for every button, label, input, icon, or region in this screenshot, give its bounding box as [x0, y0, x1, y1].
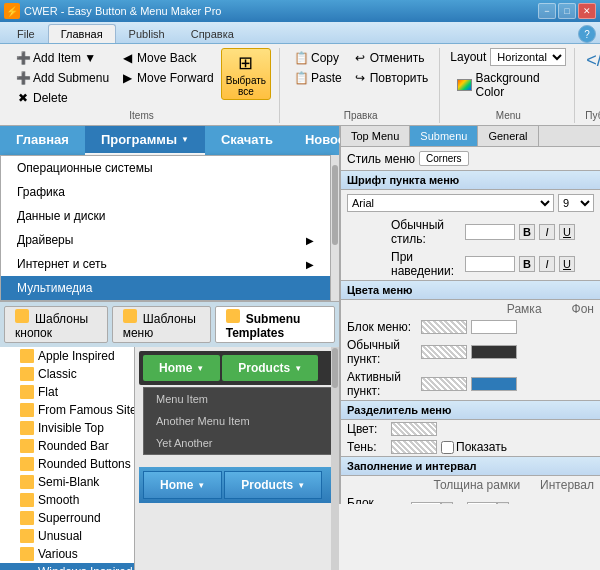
ribbon-group-edit: 📋 Copy 📋 Paste ↩ Отменить ↪ Повторить — [282, 48, 440, 123]
style2-bar: Home Products — [139, 467, 335, 503]
style2-products-btn[interactable]: Products — [224, 471, 322, 499]
style1-item-0[interactable]: Menu Item — [144, 388, 334, 410]
list-item-windows[interactable]: Windows Inspired — [0, 563, 134, 570]
list-item-various[interactable]: Various — [0, 545, 134, 563]
hover-bold-button[interactable]: B — [519, 256, 535, 272]
hover-style-field[interactable] — [465, 256, 515, 272]
template-tab-buttons[interactable]: Шаблоны кнопок — [4, 306, 108, 343]
shadow-color[interactable] — [391, 440, 437, 454]
template-tab-submenu[interactable]: Submenu Templates — [215, 306, 335, 343]
style1-home-btn[interactable]: Home — [143, 355, 220, 381]
block-border-color[interactable] — [421, 320, 467, 334]
font-size-select[interactable]: 9 — [558, 194, 594, 212]
menu-programs-btn[interactable]: Программы — [85, 126, 205, 155]
active-bg-color[interactable] — [471, 377, 517, 391]
help-button[interactable]: ? — [578, 25, 596, 43]
ribbon-group-items: ➕ Add Item ▼ ➕ Add Submenu ✖ Delete ◀ Mo… — [4, 48, 280, 123]
preview-style2: Home Products — [139, 467, 335, 503]
normal-style-row: Обычный стиль: B I U — [341, 216, 600, 248]
tab-home[interactable]: Главная — [48, 24, 116, 43]
template-tab-menus[interactable]: Шаблоны меню — [112, 306, 211, 343]
minimize-button[interactable]: − — [538, 3, 556, 19]
copy-button[interactable]: 📋 Copy — [290, 48, 345, 68]
move-back-button[interactable]: ◀ Move Back — [116, 48, 217, 68]
menu-home-btn[interactable]: Главная — [0, 126, 85, 155]
normal-italic-button[interactable]: I — [539, 224, 555, 240]
list-item-smooth[interactable]: Smooth — [0, 491, 134, 509]
undo-icon: ↩ — [352, 50, 368, 66]
dropdown-scrollbar[interactable] — [331, 155, 339, 301]
tab-file[interactable]: File — [4, 24, 48, 43]
list-item-superround[interactable]: Superround — [0, 509, 134, 527]
list-item-apple[interactable]: Apple Inspired — [0, 347, 134, 365]
list-item-unusual[interactable]: Unusual — [0, 527, 134, 545]
corners-badge[interactable]: Corners — [419, 151, 469, 166]
list-item-invisible[interactable]: Invisible Top — [0, 419, 134, 437]
normal-style-field[interactable] — [465, 224, 515, 240]
publish-icons: </> ⚙ — [587, 48, 600, 72]
dropdown-menu: Операционные системы Графика Данные и ди… — [0, 155, 331, 301]
normal-underline-button[interactable]: U — [559, 224, 575, 240]
block-interval-input[interactable] — [467, 502, 497, 504]
block-bg-color[interactable] — [471, 320, 517, 334]
add-icon: ➕ — [15, 50, 31, 66]
redo-button[interactable]: ↪ Повторить — [349, 68, 432, 88]
bg-color-button[interactable]: Background Color — [450, 68, 566, 102]
maximize-button[interactable]: □ — [558, 3, 576, 19]
dropdown-item-0[interactable]: Операционные системы — [1, 156, 330, 180]
scroll-thumb — [332, 348, 338, 388]
publish-group-label: Публикация — [585, 110, 600, 121]
window-controls[interactable]: − □ ✕ — [538, 3, 596, 19]
tab-submenu[interactable]: Submenu — [410, 126, 478, 146]
list-item-famous[interactable]: From Famous Sites — [0, 401, 134, 419]
style1-products-btn[interactable]: Products — [222, 355, 318, 381]
list-item-classic[interactable]: Classic — [0, 365, 134, 383]
style2-home-btn[interactable]: Home — [143, 471, 222, 499]
style1-item-2[interactable]: Yet Another — [144, 432, 334, 454]
paste-button[interactable]: 📋 Paste — [290, 68, 345, 88]
block-thickness-input[interactable] — [411, 502, 441, 504]
show-checkbox[interactable] — [441, 441, 454, 454]
normal-bg-color[interactable] — [471, 345, 517, 359]
style1-bar: Home Products — [139, 351, 335, 385]
delete-button[interactable]: ✖ Delete — [12, 88, 112, 108]
list-item-flat[interactable]: Flat — [0, 383, 134, 401]
font-select[interactable]: Arial — [347, 194, 554, 212]
normal-border-color[interactable] — [421, 345, 467, 359]
dropdown-item-1[interactable]: Графика — [1, 180, 330, 204]
dropdown-item-3[interactable]: Драйверы▶ — [1, 228, 330, 252]
preview-scrollbar[interactable] — [331, 347, 339, 570]
list-item-rounded-bar[interactable]: Rounded Bar — [0, 437, 134, 455]
normal-bold-button[interactable]: B — [519, 224, 535, 240]
close-button[interactable]: ✕ — [578, 3, 596, 19]
select-all-button[interactable]: ⊞ Выбрать все — [221, 48, 271, 100]
select-all-icon: ⊞ — [234, 51, 258, 75]
divider-color[interactable] — [391, 422, 437, 436]
tab-publish[interactable]: Publish — [116, 24, 178, 43]
style1-item-1[interactable]: Another Menu Item — [144, 410, 334, 432]
list-item-semi-blank[interactable]: Semi-Blank — [0, 473, 134, 491]
list-item-icon — [20, 421, 34, 435]
undo-button[interactable]: ↩ Отменить — [349, 48, 432, 68]
dropdown-item-5[interactable]: Мультимедиа — [1, 276, 330, 300]
tab-general[interactable]: General — [478, 126, 538, 146]
hover-italic-button[interactable]: I — [539, 256, 555, 272]
code-icon[interactable]: </> — [587, 48, 600, 72]
tab-top-menu[interactable]: Top Menu — [341, 126, 410, 146]
ribbon-group-menu: Layout Horizontal Background Color Menu — [442, 48, 575, 123]
dropdown-item-4[interactable]: Интернет и сеть▶ — [1, 252, 330, 276]
block-thickness-up[interactable]: ▲ — [441, 502, 453, 504]
block-interval-up[interactable]: ▲ — [497, 502, 509, 504]
menu-download-btn[interactable]: Скачать — [205, 126, 289, 155]
active-border-color[interactable] — [421, 377, 467, 391]
add-submenu-button[interactable]: ➕ Add Submenu — [12, 68, 112, 88]
tab-help[interactable]: Справка — [178, 24, 247, 43]
dropdown-item-2[interactable]: Данные и диски — [1, 204, 330, 228]
move-forward-button[interactable]: ▶ Move Forward — [116, 68, 217, 88]
layout-select[interactable]: Horizontal — [490, 48, 566, 66]
block-thickness-spinner: ▲ ▼ — [411, 502, 453, 504]
list-item-rounded-buttons[interactable]: Rounded Buttons — [0, 455, 134, 473]
hover-underline-button[interactable]: U — [559, 256, 575, 272]
add-item-button[interactable]: ➕ Add Item ▼ — [12, 48, 112, 68]
scroll-thumb — [332, 165, 338, 245]
